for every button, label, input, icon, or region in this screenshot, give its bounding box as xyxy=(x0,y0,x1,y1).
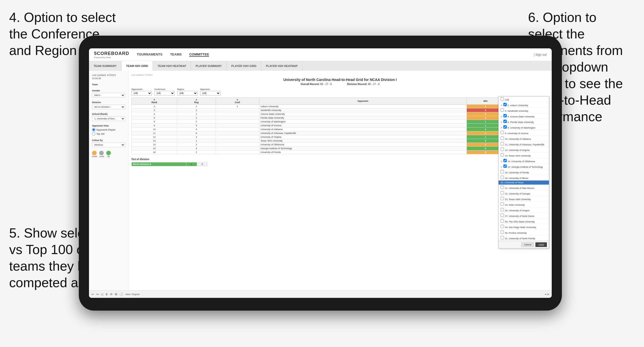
toolbar-pause[interactable]: ⏸ xyxy=(105,293,108,296)
sidebar-division-select[interactable]: NCAA Division I xyxy=(92,105,125,109)
radio-opponents-played[interactable]: Opponents Played xyxy=(92,128,125,131)
filter-opponents-select[interactable]: (All) xyxy=(131,91,152,95)
dropdown-checkbox[interactable] xyxy=(501,236,504,239)
cell-conf xyxy=(216,128,259,131)
subnav-team-summary[interactable]: TEAM SUMMARY xyxy=(89,61,122,71)
subnav-player-h2h-grid[interactable]: PLAYER H2H GRID xyxy=(227,61,261,71)
dropdown-item[interactable]: 11. University of Arkansas, Fayetteville xyxy=(499,141,549,147)
dropdown-checkbox[interactable] xyxy=(503,114,507,117)
toolbar-undo[interactable]: ↩ xyxy=(92,293,94,296)
dropdown-item[interactable]: 24. Duke University xyxy=(499,202,549,207)
radio-opponents-played-input[interactable] xyxy=(92,128,95,131)
sidebar-colour-select[interactable]: Win/loss xyxy=(92,143,125,147)
toolbar-redo[interactable]: ↪ xyxy=(96,293,99,296)
dropdown-checkbox[interactable] xyxy=(501,214,504,217)
nav-committee[interactable]: COMMITTEE xyxy=(189,52,209,57)
dropdown-item[interactable]: 12. University of Virginia xyxy=(499,147,549,152)
dropdown-item[interactable]: 21. University of New Mexico xyxy=(499,185,549,190)
dropdown-item[interactable]: 9. University of Arizona xyxy=(499,130,549,136)
dropdown-checkbox[interactable] xyxy=(501,202,504,206)
dropdown-item[interactable]: 29. San Diego State University xyxy=(499,224,549,230)
dropdown-checkbox[interactable] xyxy=(503,164,507,168)
col-rank: #Rank xyxy=(132,98,177,105)
cell-reg: 6 xyxy=(177,131,216,135)
dropdown-checkbox[interactable] xyxy=(501,136,504,140)
subnav-player-summary[interactable]: PLAYER SUMMARY xyxy=(191,61,227,71)
dropdown-item[interactable]: 22. University of Georgia xyxy=(499,190,549,196)
dropdown-checkbox[interactable] xyxy=(501,208,504,211)
dropdown-item[interactable]: 30. Purdue University xyxy=(499,230,549,235)
dropdown-item[interactable]: 31. University of North Florida xyxy=(499,235,549,241)
nav-items: TOURNAMENTS TEAMS COMMITTEE xyxy=(137,52,209,57)
dropdown-checkbox[interactable] xyxy=(501,186,504,189)
radio-top100-input[interactable] xyxy=(92,132,95,135)
filter-conf-select[interactable]: (All) xyxy=(154,91,175,95)
division-record: Division Record: 88 - 17 - 0 xyxy=(347,83,380,86)
toolbar-clock[interactable]: 🕐 xyxy=(119,293,123,296)
nav-right[interactable]: | Sign out xyxy=(534,53,547,57)
dropdown-checkbox[interactable] xyxy=(503,103,507,106)
table-row: 15 4 Georgia Institute of Technology 5 0 xyxy=(132,147,549,150)
cell-rank: 15 xyxy=(132,147,177,150)
subnav-team-h2h-heatmap[interactable]: TEAM H2H HEATMAP xyxy=(153,61,191,71)
dropdown-item[interactable]: 16. University of Florida xyxy=(499,169,549,175)
dropdown-item[interactable]: 4. Arizona State University xyxy=(499,113,549,119)
dropdown-item[interactable]: 6. Florida State University xyxy=(499,119,549,124)
filter-region-select[interactable]: (All) xyxy=(177,91,198,95)
dropdown-item[interactable]: 18. University of Illinois xyxy=(499,175,549,181)
dropdown-checkbox[interactable] xyxy=(501,108,504,112)
dropdown-item[interactable]: 28. The Ohio State University xyxy=(499,218,549,224)
dropdown-item[interactable]: 8. University of Washington xyxy=(499,124,549,130)
cell-rank: 2 xyxy=(132,105,177,108)
dropdown-checkbox[interactable] xyxy=(501,153,504,157)
cell-conf xyxy=(216,143,259,147)
filter-opponent-select[interactable]: (All) xyxy=(200,91,220,95)
col-opponent: Opponent xyxy=(259,98,467,105)
dropdown-checkbox[interactable] xyxy=(503,159,507,162)
sidebar-gender-select[interactable]: Men's Women's xyxy=(92,93,125,98)
dropdown-item[interactable]: 27. University of Notre Dame xyxy=(499,213,549,218)
dropdown-checkbox[interactable] xyxy=(501,197,504,200)
dropdown-checkbox[interactable] xyxy=(503,120,507,123)
dropdown-checkbox[interactable] xyxy=(501,148,504,151)
radio-top-100[interactable]: Top 100 xyxy=(92,132,125,135)
dropdown-item[interactable]: 20. University of Texas xyxy=(499,181,549,185)
dropdown-item[interactable]: 3. Vanderbilt University xyxy=(499,108,549,113)
opponent-dropdown[interactable]: (All)2. Auburn University3. Vanderbilt U… xyxy=(498,96,549,248)
subnav-player-h2h-heatmap[interactable]: PLAYER H2H HEATMAP xyxy=(261,61,303,71)
subnav-team-h2h-grid[interactable]: TEAM H2H GRID xyxy=(122,61,153,71)
legend-level-label: Level xyxy=(99,155,104,158)
dropdown-checkbox[interactable] xyxy=(501,170,504,173)
dropdown-checkbox[interactable] xyxy=(501,131,504,134)
toolbar-refresh[interactable]: ⟳ xyxy=(110,293,113,296)
toolbar-back[interactable]: ◁ xyxy=(101,293,103,296)
dropdown-item[interactable]: 2. Auburn University xyxy=(499,102,549,108)
dropdown-checkbox[interactable] xyxy=(501,225,504,228)
cell-reg: 1 xyxy=(177,139,216,143)
dropdown-item[interactable]: 14. University of Oklahoma xyxy=(499,158,549,164)
dropdown-checkbox[interactable] xyxy=(501,191,504,195)
dropdown-checkbox[interactable] xyxy=(501,97,504,101)
cell-conf xyxy=(216,131,259,135)
nav-teams[interactable]: TEAMS xyxy=(170,52,182,57)
dropdown-checkbox[interactable] xyxy=(501,230,504,234)
sidebar-school-select[interactable]: 1. University of Nort... xyxy=(92,116,125,121)
dropdown-checkbox[interactable] xyxy=(501,142,504,145)
dropdown-item[interactable]: 25. University of Oregon xyxy=(499,207,549,213)
dropdown-item[interactable]: 15. Georgia Institute of Technology xyxy=(499,164,549,169)
dropdown-item[interactable]: (All) xyxy=(499,96,549,102)
nav-tournaments[interactable]: TOURNAMENTS xyxy=(137,52,162,57)
nav-bar: 5COREBOARD Powered by Cloud TOURNAMENTS … xyxy=(89,48,552,61)
dropdown-item[interactable]: 13. Texas Tech University xyxy=(499,152,549,158)
toolbar-settings[interactable]: ⚙ xyxy=(115,293,117,296)
dropdown-apply-button[interactable]: Apply xyxy=(535,242,547,247)
cell-conf xyxy=(216,139,259,143)
dropdown-cancel-button[interactable]: Cancel xyxy=(521,242,534,247)
dropdown-checkbox[interactable] xyxy=(501,176,504,179)
dropdown-item[interactable]: 23. Texas A&M University xyxy=(499,196,549,202)
cell-opponent: University of Arkansas, Fayetteville xyxy=(259,131,467,135)
sidebar-gender: Gender Men's Women's xyxy=(92,89,125,98)
dropdown-item[interactable]: 10. University of Alabama xyxy=(499,136,549,141)
dropdown-checkbox[interactable] xyxy=(503,125,507,129)
dropdown-checkbox[interactable] xyxy=(501,219,504,223)
